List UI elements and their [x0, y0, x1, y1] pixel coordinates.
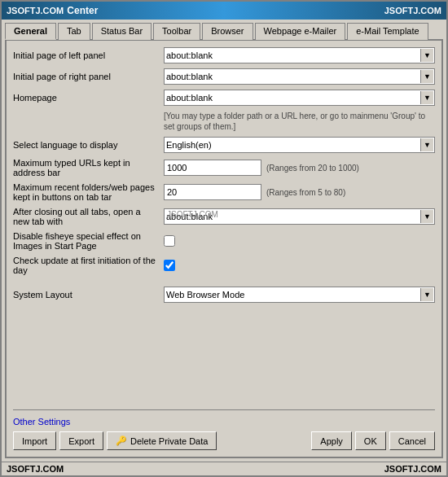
disable-fisheye-checkbox[interactable] [164, 235, 175, 247]
left-panel-row: Initial page of left panel about:blank ▼ [13, 47, 435, 63]
after-closing-label: After closing out all tabs, open a new t… [13, 207, 164, 226]
homepage-select[interactable]: about:blank [164, 90, 435, 106]
title-bar: JSOFTJ.COM Center JSOFTJ.COM [2, 2, 446, 20]
max-folders-range: (Ranges from 5 to 80) [266, 188, 345, 197]
title-left: JSOFTJ.COM Center [7, 5, 98, 16]
right-panel-row: Initial page of right panel about:blank … [13, 68, 435, 85]
check-update-control [164, 260, 435, 271]
hint-text: [You may type a folder path or a URL her… [164, 111, 435, 132]
content-area: General Tab Status Bar Toolbar Browser W… [2, 20, 446, 462]
max-urls-row: Maximum typed URLs kept in address bar (… [13, 158, 435, 177]
system-layout-row: System Layout Web Browser Mode ▼ [13, 287, 435, 303]
left-panel-label: Initial page of left panel [13, 50, 164, 60]
after-closing-row: After closing out all tabs, open a new t… [13, 207, 435, 226]
after-closing-control: about:blank ▼ JSOFTJ.COM [164, 208, 435, 225]
right-panel-select-wrapper: about:blank ▼ [164, 68, 435, 85]
check-update-row: Check update at first initiation of the … [13, 256, 435, 275]
right-panel-label: Initial page of right panel [13, 72, 164, 81]
separator [13, 409, 435, 410]
bottom-buttons-left: Import Export 🔑 Delete Private Data [13, 431, 217, 450]
system-layout-select-wrapper: Web Browser Mode ▼ [164, 287, 435, 303]
status-bar-right: JSOFTJ.COM [384, 464, 441, 474]
tab-tab[interactable]: Tab [58, 23, 90, 40]
tab-webpage-emailer[interactable]: Webpage e-Mailer [255, 23, 346, 40]
homepage-label: Homepage [13, 93, 164, 103]
check-update-label: Check update at first initiation of the … [13, 256, 164, 275]
other-settings-title: Other Settings [13, 417, 435, 427]
status-bar: JSOFTJ.COM JSOFTJ.COM [2, 462, 446, 475]
check-update-checkbox-wrapper [164, 260, 175, 271]
ok-button[interactable]: OK [355, 431, 386, 450]
bottom-right-buttons: Apply OK Cancel [311, 431, 435, 450]
import-button[interactable]: Import [13, 431, 56, 450]
language-select[interactable]: English(en) [164, 137, 435, 153]
general-panel: Initial page of left panel about:blank ▼… [5, 41, 443, 458]
disable-fisheye-control [164, 235, 435, 247]
title-text: Center [67, 5, 98, 16]
tab-general[interactable]: General [5, 23, 56, 40]
cancel-button[interactable]: Cancel [389, 431, 435, 450]
title-right-logo: JSOFTJ.COM [384, 6, 441, 15]
after-closing-select-wrapper: about:blank ▼ JSOFTJ.COM [164, 208, 435, 225]
disable-fisheye-label: Disable fisheye special effect on Images… [13, 231, 164, 251]
max-folders-row: Maximum recent folders/web pages kept in… [13, 182, 435, 202]
max-urls-control: (Ranges from 20 to 1000) [164, 160, 435, 176]
language-label: Select language to display [13, 140, 164, 150]
disable-fisheye-row: Disable fisheye special effect on Images… [13, 231, 435, 251]
max-folders-control: (Ranges from 5 to 80) [164, 184, 435, 200]
max-urls-input[interactable] [164, 160, 261, 176]
delete-private-data-button[interactable]: 🔑 Delete Private Data [107, 431, 217, 450]
export-button[interactable]: Export [59, 431, 103, 450]
max-urls-label: Maximum typed URLs kept in address bar [13, 158, 164, 177]
after-closing-select[interactable]: about:blank [164, 208, 435, 225]
max-folders-label: Maximum recent folders/web pages kept in… [13, 182, 164, 202]
status-bar-left: JSOFTJ.COM [7, 464, 64, 474]
tab-bar: General Tab Status Bar Toolbar Browser W… [5, 23, 443, 41]
tab-status-bar[interactable]: Status Bar [92, 23, 152, 40]
tab-toolbar[interactable]: Toolbar [153, 23, 200, 40]
system-layout-label: System Layout [13, 290, 164, 300]
homepage-select-wrapper: about:blank ▼ [164, 90, 435, 106]
bottom-row: Import Export 🔑 Delete Private Data Appl… [13, 431, 435, 450]
right-panel-select[interactable]: about:blank [164, 68, 435, 85]
left-panel-select[interactable]: about:blank [164, 47, 435, 63]
key-icon: 🔑 [116, 435, 127, 446]
left-panel-control: about:blank ▼ [164, 47, 435, 63]
title-left-logo: JSOFTJ.COM [7, 6, 64, 15]
max-folders-input[interactable] [164, 184, 261, 200]
language-row: Select language to display English(en) ▼ [13, 137, 435, 153]
check-update-checkbox[interactable] [164, 260, 175, 271]
language-select-wrapper: English(en) ▼ [164, 137, 435, 153]
max-urls-range: (Ranges from 20 to 1000) [266, 164, 359, 173]
tab-browser[interactable]: Browser [202, 23, 253, 40]
tab-email-template[interactable]: e-Mail Template [347, 23, 428, 40]
language-control: English(en) ▼ [164, 137, 435, 153]
homepage-row: Homepage about:blank ▼ [13, 90, 435, 106]
left-panel-select-wrapper: about:blank ▼ [164, 47, 435, 63]
homepage-control: about:blank ▼ [164, 90, 435, 106]
apply-button[interactable]: Apply [311, 431, 352, 450]
system-layout-control: Web Browser Mode ▼ [164, 287, 435, 303]
right-panel-control: about:blank ▼ [164, 68, 435, 85]
main-window: JSOFTJ.COM Center JSOFTJ.COM General Tab… [0, 0, 448, 477]
disable-fisheye-checkbox-wrapper [164, 235, 175, 247]
system-layout-select[interactable]: Web Browser Mode [164, 287, 435, 303]
